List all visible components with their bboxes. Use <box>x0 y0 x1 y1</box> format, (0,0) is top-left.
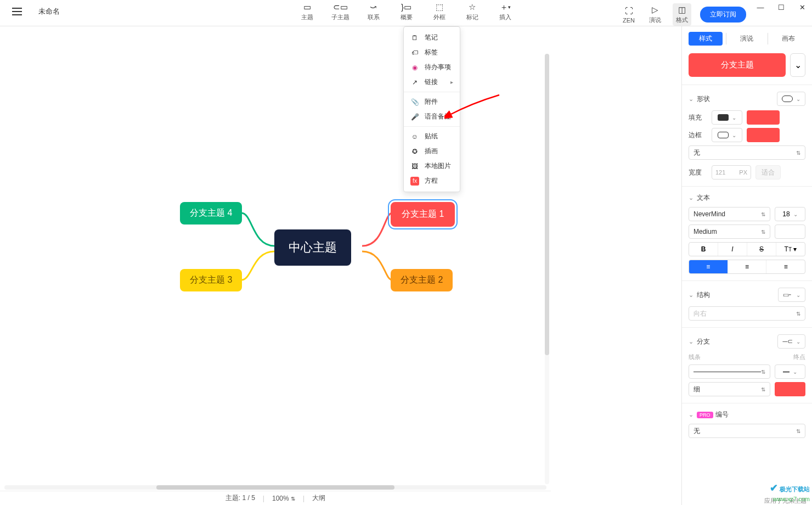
format-panel: 样式 演说 画布 分支主题 ⌄ 形状 ⌄ 填充 ⌄ 边框 ⌄ <box>681 26 812 505</box>
menu-attachment[interactable]: 📎附件 <box>404 94 460 109</box>
node-branch-1[interactable]: 分支主题 1 <box>391 202 455 227</box>
tab-canvas[interactable]: 画布 <box>771 32 805 46</box>
width-label: 宽度 <box>689 168 707 177</box>
window-controls: — ☐ ✕ <box>756 3 807 12</box>
line-end-select[interactable]: —⌄ <box>775 364 805 379</box>
fit-button[interactable]: 适合 <box>755 165 781 179</box>
node-branch-2[interactable]: 分支主题 2 <box>391 269 453 291</box>
node-branch-3[interactable]: 分支主题 3 <box>180 269 242 291</box>
menu-notes[interactable]: 🗒笔记 <box>404 30 460 45</box>
node-type-button[interactable]: 分支主题 <box>689 53 786 77</box>
line-thickness-select[interactable]: 细⇅ <box>689 382 770 396</box>
status-bar: 主题: 1 / 5 | 100% ⇅ | 大纲 <box>0 491 551 505</box>
font-family-select[interactable]: NeverMind⇅ <box>689 207 770 221</box>
italic-button[interactable]: I <box>718 243 747 256</box>
font-color-swatch[interactable] <box>775 225 805 239</box>
menu-sticker[interactable]: ☺贴纸 <box>404 129 460 144</box>
menu-link[interactable]: ↗链接▸ <box>404 75 460 89</box>
maximize-button[interactable]: ☐ <box>777 3 786 12</box>
tool-topic[interactable]: ▭主题 <box>298 2 316 21</box>
direction-select[interactable]: 向右⇅ <box>689 306 805 321</box>
font-size-select[interactable]: 18⌄ <box>775 207 805 221</box>
section-numbering[interactable]: PRO 编号 <box>689 410 805 419</box>
sticker-icon: ☺ <box>410 132 419 141</box>
link-icon: ↗ <box>410 78 419 87</box>
section-text[interactable]: 文本 <box>689 193 805 203</box>
border-line-select[interactable]: 无⇅ <box>689 145 805 160</box>
line-color-swatch[interactable] <box>775 382 805 396</box>
close-button[interactable]: ✕ <box>798 3 807 12</box>
equation-icon: fx <box>410 177 419 186</box>
shape-select[interactable]: ⌄ <box>777 92 805 106</box>
fill-color-swatch[interactable] <box>747 110 780 125</box>
text-style-group: B I S TT ▾ <box>689 242 805 256</box>
border-label: 边框 <box>689 131 707 140</box>
tool-subtopic[interactable]: ⊂▭子主题 <box>331 2 349 21</box>
structure-icon: ▭╴ <box>783 291 793 299</box>
subtopic-icon: ⊂▭ <box>333 2 348 12</box>
align-right-button[interactable]: ≡ <box>766 260 805 273</box>
section-branch[interactable]: 分支 ─⊂⌄ <box>689 334 805 349</box>
submenu-arrow-icon: ▸ <box>450 79 453 85</box>
label-icon: 🏷 <box>410 48 419 57</box>
tool-summary[interactable]: }▭概要 <box>398 2 415 21</box>
minimize-button[interactable]: — <box>756 3 765 12</box>
fill-style-select[interactable]: ⌄ <box>712 110 742 125</box>
tab-style[interactable]: 样式 <box>689 32 723 46</box>
watermark: ✔ 极光下载站 www.xz7.com <box>770 482 810 503</box>
menu-icon[interactable] <box>12 5 25 18</box>
outline-link[interactable]: 大纲 <box>312 493 325 503</box>
attachment-icon: 📎 <box>410 98 419 106</box>
relationship-icon: ⤻ <box>370 2 377 12</box>
zen-button[interactable]: ⛶ZEN <box>620 6 638 24</box>
align-left-button[interactable]: ≡ <box>689 260 728 273</box>
tool-relationship[interactable]: ⤻联系 <box>365 2 382 21</box>
canvas[interactable]: 中心主题 分支主题 1 分支主题 2 分支主题 3 分支主题 4 主题: 1 /… <box>0 26 681 505</box>
node-type-dropdown[interactable]: ⌄ <box>790 53 805 77</box>
chevron-down-icon: ⌄ <box>794 60 802 70</box>
tool-boundary[interactable]: ⬚外框 <box>431 2 448 21</box>
section-structure[interactable]: 结构 ▭╴⌄ <box>689 288 805 302</box>
menu-todo[interactable]: ◉待办事项 <box>404 60 460 75</box>
zoom-level[interactable]: 100% ⇅ <box>272 495 295 502</box>
line-style-select[interactable]: ⇅ <box>689 364 770 379</box>
horizontal-scrollbar[interactable] <box>4 485 546 491</box>
menu-illustration[interactable]: ✪插画 <box>404 144 460 159</box>
menu-label[interactable]: 🏷标签 <box>404 45 460 60</box>
border-style-select[interactable]: ⌄ <box>712 128 742 142</box>
topic-icon: ▭ <box>303 2 311 12</box>
align-center-button[interactable]: ≡ <box>728 260 767 273</box>
tool-insert[interactable]: ＋▾插入 <box>497 2 514 21</box>
format-button[interactable]: ◫格式 <box>673 3 691 26</box>
tab-presentation[interactable]: 演说 <box>730 32 764 46</box>
pro-badge: PRO <box>697 412 713 418</box>
insert-icon: ＋▾ <box>500 2 511 12</box>
section-shape[interactable]: 形状 ⌄ <box>689 92 805 106</box>
vertical-scrollbar[interactable] <box>545 54 550 484</box>
play-icon: ▷ <box>652 5 658 15</box>
node-branch-4[interactable]: 分支主题 4 <box>180 202 242 225</box>
insert-menu: 🗒笔记 🏷标签 ◉待办事项 ↗链接▸ 📎附件 🎤语音备注 ☺贴纸 ✪插画 🖼本地… <box>403 26 460 192</box>
summary-icon: }▭ <box>401 2 411 12</box>
node-center[interactable]: 中心主题 <box>274 229 351 266</box>
end-label: 终点 <box>793 353 805 361</box>
branch-shape-select[interactable]: ─⊂⌄ <box>777 334 805 349</box>
case-button[interactable]: TT ▾ <box>776 243 805 256</box>
image-icon: 🖼 <box>410 162 419 171</box>
topbar: — ☐ ✕ 未命名 ▭主题 ⊂▭子主题 ⤻联系 }▭概要 ⬚外框 ☆标记 ＋▾插… <box>0 0 812 26</box>
font-weight-select[interactable]: Medium⇅ <box>689 225 770 239</box>
panel-tabs: 样式 演说 画布 <box>682 26 812 50</box>
border-color-swatch[interactable] <box>747 128 780 142</box>
subscribe-button[interactable]: 立即订阅 <box>700 7 746 23</box>
branch-icon: ─⊂ <box>782 338 793 345</box>
menu-equation[interactable]: fx方程 <box>404 173 460 188</box>
bold-button[interactable]: B <box>689 243 718 256</box>
menu-audio[interactable]: 🎤语音备注 <box>404 109 460 124</box>
structure-select[interactable]: ▭╴⌄ <box>778 288 805 302</box>
presentation-button[interactable]: ▷演说 <box>646 5 664 24</box>
width-input[interactable]: 121PX <box>712 165 751 179</box>
numbering-select[interactable]: 无⇅ <box>689 424 805 438</box>
strike-button[interactable]: S <box>747 243 776 256</box>
menu-local-image[interactable]: 🖼本地图片 <box>404 159 460 173</box>
tool-marker[interactable]: ☆标记 <box>464 2 481 21</box>
